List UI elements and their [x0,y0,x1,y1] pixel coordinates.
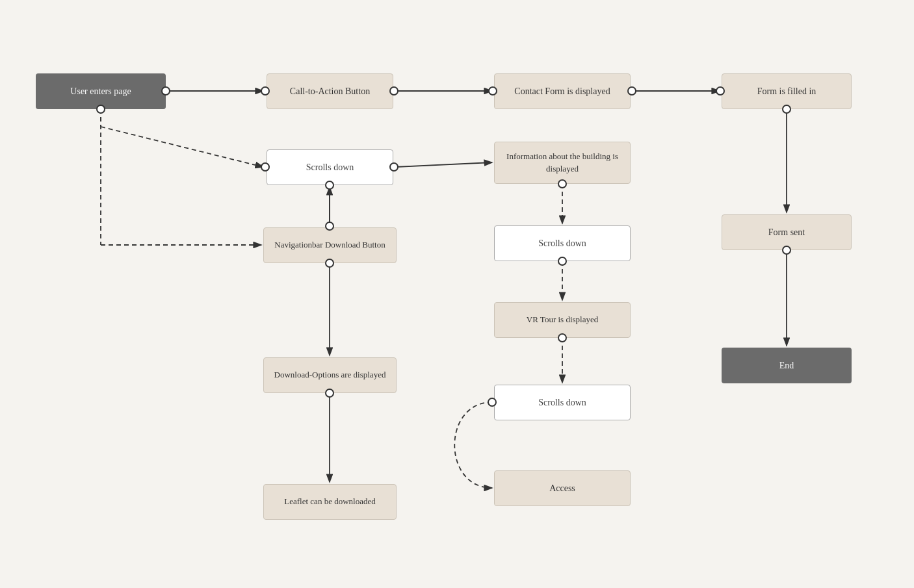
node-info-building: Information about the building is displa… [494,142,631,184]
node-vr-tour: VR Tour is displayed [494,302,631,338]
node-contact-form: Contact Form is displayed [494,73,631,109]
svg-line-11 [395,162,492,167]
node-end: End [722,348,852,383]
node-cta-button: Call-to-Action Button [267,73,393,109]
node-scrolls-down-3: Scrolls down [494,385,631,420]
node-scrolls-down-1: Scrolls down [267,149,393,185]
diagram-container: User enters page Call-to-Action Button C… [0,0,914,588]
node-scrolls-down-2: Scrolls down [494,225,631,261]
node-user-enters: User enters page [36,73,166,109]
node-nav-download: Navigationbar Download Button [263,227,397,263]
node-leaflet-download: Leaflet can be downloaded [263,484,397,520]
node-form-filled: Form is filled in [722,73,852,109]
node-download-options: Download-Options are displayed [263,357,397,393]
svg-line-8 [101,127,263,167]
node-access: Access [494,470,631,506]
node-form-sent: Form sent [722,214,852,250]
